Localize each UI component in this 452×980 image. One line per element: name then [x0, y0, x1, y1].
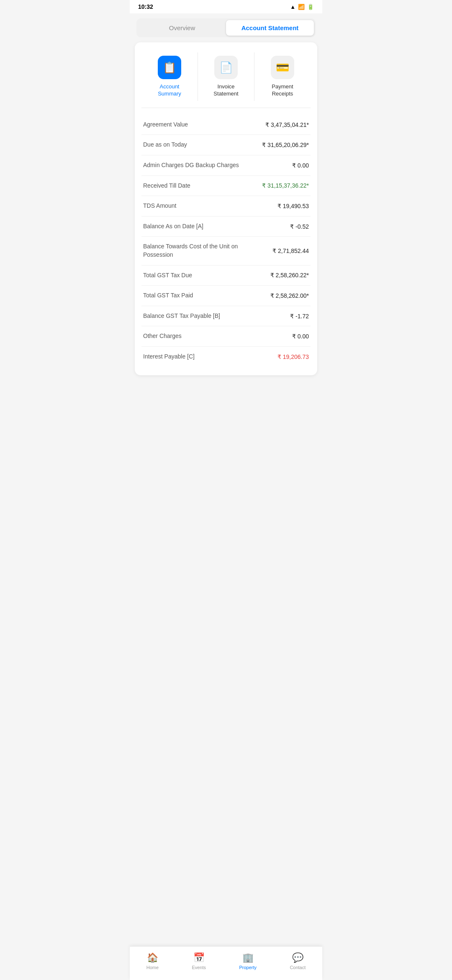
events-icon: 📅 — [193, 952, 205, 963]
bottom-nav-property[interactable]: 🏢 Property — [232, 951, 263, 972]
total-gst-due-label: Total GST Tax Due — [143, 271, 270, 280]
account-summary-label: AccountSummary — [158, 83, 181, 98]
total-gst-paid-value: ₹ 2,58,262.00* — [270, 292, 309, 299]
table-row: Balance Towards Cost of the Unit on Poss… — [141, 237, 311, 265]
tab-account-statement[interactable]: Account Statement — [226, 20, 314, 36]
table-row: Total GST Tax Paid ₹ 2,58,262.00* — [141, 286, 311, 306]
status-bar: 10:32 ▲ 📶 🔋 — [130, 0, 322, 13]
balance-possession-value: ₹ 2,71,852.44 — [272, 248, 309, 254]
table-row: Due as on Today ₹ 31,65,20,06.29* — [141, 135, 311, 155]
summary-section: Agreement Value ₹ 3,47,35,04.21* Due as … — [141, 113, 311, 369]
agreement-value-label: Agreement Value — [143, 121, 265, 129]
table-row: Total GST Tax Due ₹ 2,58,260.22* — [141, 266, 311, 286]
home-icon: 🏠 — [147, 952, 158, 963]
nav-invoice-statement[interactable]: 📄 InvoiceStatement — [198, 52, 254, 101]
section-divider — [141, 108, 311, 108]
payment-receipts-label: PaymentReceipts — [272, 83, 293, 98]
table-row: Received Till Date ₹ 31,15,37,36.22* — [141, 176, 311, 196]
contact-label: Contact — [290, 965, 306, 970]
status-time: 10:32 — [138, 3, 153, 10]
nav-payment-receipts[interactable]: 💳 PaymentReceipts — [254, 52, 311, 101]
nav-account-summary[interactable]: 📋 AccountSummary — [141, 52, 198, 101]
property-label: Property — [239, 965, 257, 970]
table-row: Admin Charges DG Backup Charges ₹ 0.00 — [141, 155, 311, 176]
balance-gst-b-label: Balance GST Tax Payable [B] — [143, 312, 290, 320]
tds-amount-label: TDS Amount — [143, 202, 277, 210]
admin-charges-label: Admin Charges DG Backup Charges — [143, 161, 292, 170]
table-row: Interest Payable [C] ₹ 19,206.73 — [141, 347, 311, 367]
bottom-nav-events[interactable]: 📅 Events — [185, 951, 213, 972]
invoice-statement-label: InvoiceStatement — [213, 83, 238, 98]
total-gst-paid-label: Total GST Tax Paid — [143, 291, 270, 300]
battery-icon: 🔋 — [307, 4, 314, 10]
status-icons: ▲ 📶 🔋 — [290, 4, 314, 10]
interest-payable-c-value: ₹ 19,206.73 — [277, 353, 309, 360]
interest-payable-c-label: Interest Payable [C] — [143, 353, 277, 361]
bottom-nav: 🏠 Home 📅 Events 🏢 Property 💬 Contact — [130, 946, 322, 980]
admin-charges-value: ₹ 0.00 — [292, 162, 309, 169]
balance-possession-label: Balance Towards Cost of the Unit on Poss… — [143, 242, 272, 259]
table-row: Agreement Value ₹ 3,47,35,04.21* — [141, 115, 311, 135]
invoice-statement-icon: 📄 — [214, 56, 238, 79]
payment-receipts-icon: 💳 — [271, 56, 294, 79]
contact-icon: 💬 — [292, 952, 303, 963]
balance-gst-b-value: ₹ -1.72 — [290, 313, 309, 320]
home-label: Home — [146, 965, 159, 970]
account-summary-icon: 📋 — [158, 56, 181, 79]
table-row: Balance GST Tax Payable [B] ₹ -1.72 — [141, 306, 311, 327]
received-till-date-label: Received Till Date — [143, 182, 262, 190]
due-today-value: ₹ 31,65,20,06.29* — [262, 142, 309, 148]
received-till-date-value: ₹ 31,15,37,36.22* — [262, 182, 309, 189]
other-charges-label: Other Charges — [143, 332, 292, 340]
table-row: Other Charges ₹ 0.00 — [141, 326, 311, 347]
wifi-icon: ▲ — [290, 4, 295, 10]
tds-amount-value: ₹ 19,490.53 — [277, 203, 309, 209]
bottom-nav-contact[interactable]: 💬 Contact — [283, 951, 312, 972]
due-today-label: Due as on Today — [143, 141, 262, 149]
total-gst-due-value: ₹ 2,58,260.22* — [270, 272, 309, 279]
balance-date-a-label: Balance As on Date [A] — [143, 222, 290, 231]
signal-icon: 📶 — [298, 4, 305, 10]
tab-switcher: Overview Account Statement — [136, 18, 316, 37]
agreement-value: ₹ 3,47,35,04.21* — [265, 121, 309, 128]
nav-icons-row: 📋 AccountSummary 📄 InvoiceStatement 💳 Pa… — [141, 49, 311, 103]
table-row: Balance As on Date [A] ₹ -0.52 — [141, 217, 311, 237]
tab-overview[interactable]: Overview — [138, 20, 226, 36]
bottom-nav-home[interactable]: 🏠 Home — [140, 951, 165, 972]
balance-date-a-value: ₹ -0.52 — [290, 223, 309, 230]
events-label: Events — [192, 965, 206, 970]
other-charges-value: ₹ 0.00 — [292, 333, 309, 340]
main-card: 📋 AccountSummary 📄 InvoiceStatement 💳 Pa… — [135, 42, 317, 375]
property-icon: 🏢 — [242, 952, 254, 963]
table-row: TDS Amount ₹ 19,490.53 — [141, 196, 311, 217]
